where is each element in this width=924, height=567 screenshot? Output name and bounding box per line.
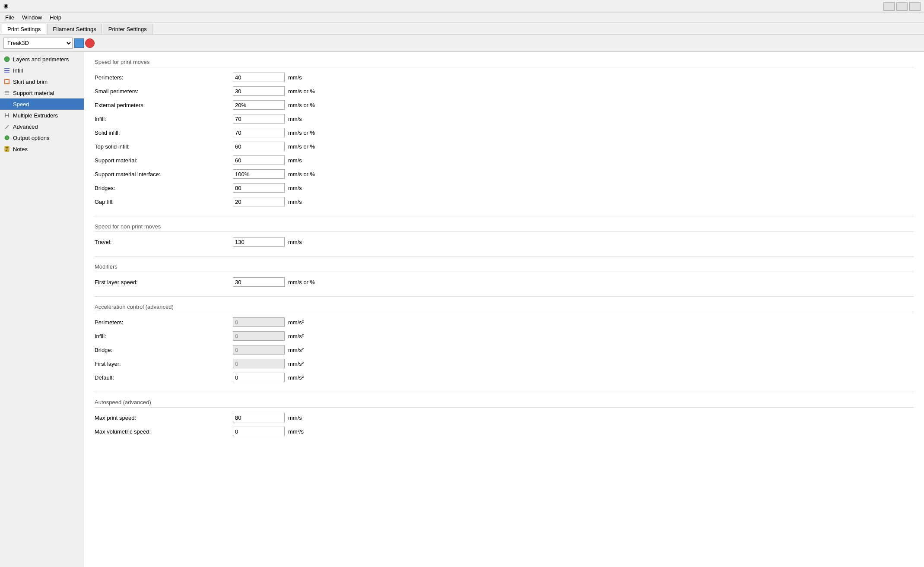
tab-bar: Print SettingsFilament SettingsPrinter S… <box>0 22 924 35</box>
field-row-1: Infill:mm/s² <box>95 330 914 342</box>
field-row-3: First layer:mm/s² <box>95 358 914 369</box>
svg-point-0 <box>4 57 10 62</box>
field-input-2 <box>233 345 285 355</box>
save-preset-button[interactable] <box>74 38 84 48</box>
field-input-0[interactable] <box>233 237 285 247</box>
sidebar-item-advanced[interactable]: Advanced <box>0 121 84 132</box>
section-section_acceleration: Acceleration control (advanced)Perimeter… <box>95 304 914 383</box>
lines2-icon <box>3 89 10 96</box>
field-label-0: Max print speed: <box>95 415 233 421</box>
section-title-section_acceleration: Acceleration control (advanced) <box>95 304 914 312</box>
field-unit-0: mm/s² <box>288 319 304 326</box>
field-label-3: First layer: <box>95 361 233 367</box>
field-label-2: External perimeters: <box>95 102 233 108</box>
svg-rect-1 <box>4 68 10 69</box>
close-button[interactable] <box>909 2 921 11</box>
menu-item-file[interactable]: File <box>2 13 18 22</box>
field-input-0[interactable] <box>233 413 285 422</box>
field-input-9[interactable] <box>233 197 285 206</box>
menu-item-window[interactable]: Window <box>19 13 45 22</box>
field-input-0[interactable] <box>233 73 285 82</box>
field-unit-0: mm/s <box>288 239 302 245</box>
field-label-1: Max volumetric speed: <box>95 428 233 435</box>
section-title-section_modifiers: Modifiers <box>95 263 914 272</box>
svg-rect-3 <box>4 72 10 73</box>
minimize-button[interactable] <box>883 2 895 11</box>
field-input-0[interactable] <box>233 277 285 287</box>
sidebar-item-support-material[interactable]: Support material <box>0 87 84 98</box>
maximize-button[interactable] <box>896 2 908 11</box>
tab-filament-settings[interactable]: Filament Settings <box>47 24 102 34</box>
field-input-1 <box>233 331 285 341</box>
section-title-section_print_moves: Speed for print moves <box>95 59 914 67</box>
sidebar-item-speed[interactable]: Speed <box>0 98 84 110</box>
field-input-4[interactable] <box>233 128 285 137</box>
field-label-0: Perimeters: <box>95 74 233 81</box>
delete-preset-button[interactable] <box>85 38 95 48</box>
field-label-0: First layer speed: <box>95 279 233 285</box>
field-unit-1: mm/s or % <box>288 88 315 95</box>
section-section_modifiers: ModifiersFirst layer speed:mm/s or % <box>95 263 914 288</box>
section-title-section_nonprint_moves: Speed for non-print moves <box>95 223 914 232</box>
field-input-5[interactable] <box>233 142 285 151</box>
field-label-8: Bridges: <box>95 185 233 191</box>
field-label-3: Infill: <box>95 116 233 122</box>
field-input-7[interactable] <box>233 169 285 179</box>
sidebar-item-layers-and-perimeters[interactable]: Layers and perimeters <box>0 54 84 65</box>
field-label-2: Bridge: <box>95 347 233 353</box>
field-row-6: Support material:mm/s <box>95 155 914 166</box>
sidebar-item-skirt-and-brim[interactable]: Skirt and brim <box>0 76 84 87</box>
sidebar-item-label: Support material <box>13 90 54 96</box>
preset-select[interactable]: Freak3D <box>3 38 73 49</box>
section-divider-3 <box>95 392 914 392</box>
field-input-3[interactable] <box>233 114 285 124</box>
section-section_autospeed: Autospeed (advanced)Max print speed:mm/s… <box>95 399 914 437</box>
field-input-2[interactable] <box>233 100 285 110</box>
box-icon <box>3 78 10 85</box>
sidebar-item-multiple-extruders[interactable]: Multiple Extruders <box>0 110 84 121</box>
field-row-9: Gap fill:mm/s <box>95 196 914 207</box>
sidebar-item-notes[interactable]: Notes <box>0 143 84 155</box>
title-bar-left: ◉ <box>3 3 14 10</box>
sidebar: Layers and perimetersInfillSkirt and bri… <box>0 52 84 567</box>
field-row-0: Perimeters:mm/s² <box>95 317 914 328</box>
field-unit-1: mm/s² <box>288 333 304 339</box>
field-unit-6: mm/s <box>288 157 302 164</box>
sidebar-item-label: Speed <box>13 101 29 108</box>
title-bar-controls <box>883 2 921 11</box>
sidebar-item-label: Output options <box>13 135 50 141</box>
svg-rect-4 <box>5 79 9 84</box>
field-input-6[interactable] <box>233 155 285 165</box>
field-label-0: Travel: <box>95 239 233 245</box>
field-unit-4: mm/s² <box>288 374 304 381</box>
tab-print-settings[interactable]: Print Settings <box>2 24 46 34</box>
field-input-1[interactable] <box>233 86 285 96</box>
sidebar-item-infill[interactable]: Infill <box>0 65 84 76</box>
field-unit-9: mm/s <box>288 199 302 205</box>
field-unit-2: mm/s² <box>288 347 304 353</box>
field-unit-4: mm/s or % <box>288 130 315 136</box>
menu-item-help[interactable]: Help <box>46 13 65 22</box>
field-input-1[interactable] <box>233 427 285 436</box>
field-label-0: Perimeters: <box>95 319 233 326</box>
circle-icon <box>3 56 10 63</box>
field-label-1: Infill: <box>95 333 233 339</box>
field-row-3: Infill:mm/s <box>95 113 914 124</box>
field-input-3 <box>233 359 285 368</box>
section-section_nonprint_moves: Speed for non-print movesTravel:mm/s <box>95 223 914 247</box>
field-row-7: Support material interface:mm/s or % <box>95 168 914 180</box>
tab-printer-settings[interactable]: Printer Settings <box>103 24 152 34</box>
field-row-1: Max volumetric speed:mm³/s <box>95 426 914 437</box>
section-title-section_autospeed: Autospeed (advanced) <box>95 399 914 408</box>
field-input-8[interactable] <box>233 183 285 193</box>
field-unit-7: mm/s or % <box>288 171 315 177</box>
fork-icon <box>3 112 10 119</box>
field-input-4[interactable] <box>233 373 285 382</box>
field-row-0: Max print speed:mm/s <box>95 412 914 423</box>
section-divider-1 <box>95 256 914 257</box>
field-row-1: Small perimeters:mm/s or % <box>95 86 914 97</box>
field-label-4: Default: <box>95 374 233 381</box>
field-row-4: Default:mm/s² <box>95 372 914 383</box>
field-unit-0: mm/s or % <box>288 279 315 285</box>
sidebar-item-output-options[interactable]: Output options <box>0 132 84 143</box>
